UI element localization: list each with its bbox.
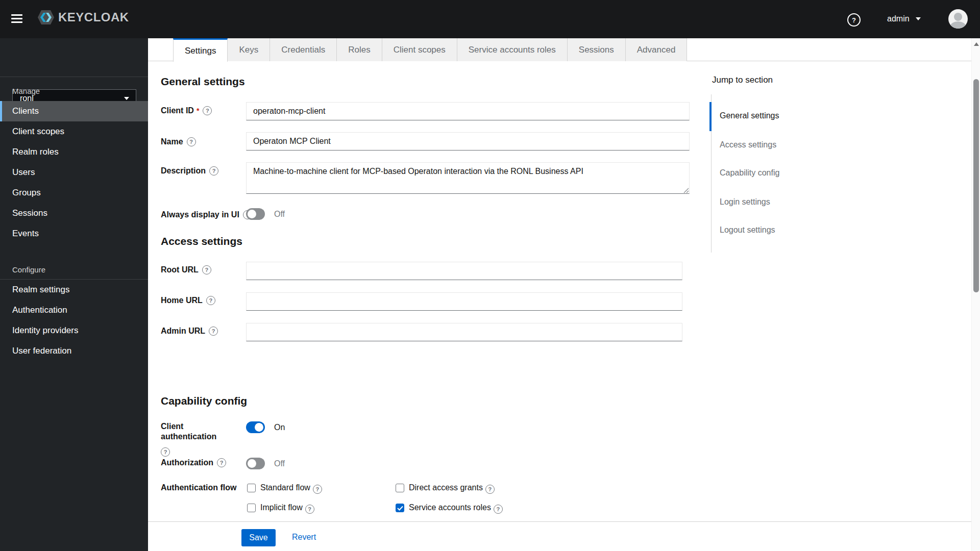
save-button[interactable]: Save	[241, 529, 276, 546]
help-icon[interactable]: ?	[217, 458, 226, 467]
jump-link-logout-settings[interactable]: Logout settings	[720, 226, 775, 235]
help-icon[interactable]: ?	[209, 327, 218, 336]
help-icon[interactable]: ?	[203, 106, 212, 115]
masthead: KEYCLOAK ? admin	[0, 0, 980, 38]
help-icon[interactable]: ?	[161, 447, 170, 457]
client-authentication-label: Client authentication ?	[161, 421, 237, 457]
help-icon[interactable]: ?	[313, 485, 322, 494]
client-id-label: Client ID * ?	[161, 106, 212, 116]
help-icon[interactable]: ?	[494, 505, 503, 514]
jump-link-access-settings[interactable]: Access settings	[720, 140, 776, 149]
vertical-scrollbar[interactable]	[971, 38, 980, 551]
help-icon[interactable]: ?	[485, 485, 495, 494]
sidebar-item-identity-providers[interactable]: Identity providers	[0, 320, 148, 341]
direct-access-grants-option: Direct access grants ?	[409, 483, 495, 493]
scrollbar-thumb[interactable]	[973, 79, 979, 292]
revert-button[interactable]: Revert	[292, 533, 316, 542]
authorization-toggle[interactable]	[246, 458, 265, 469]
name-input[interactable]	[246, 132, 690, 151]
avatar-head	[954, 13, 962, 21]
hamburger-menu-icon[interactable]	[11, 12, 24, 26]
chevron-down-icon	[124, 97, 129, 100]
description-label: Description ?	[161, 166, 218, 176]
tab-service-accounts-roles[interactable]: Service accounts roles	[457, 38, 568, 61]
sidebar-divider	[0, 77, 148, 77]
implicit-flow-option: Implicit flow ?	[260, 503, 314, 513]
always-display-toggle[interactable]	[246, 208, 265, 220]
section-heading-access-settings: Access settings	[161, 235, 242, 247]
admin-url-input[interactable]	[246, 323, 682, 341]
section-heading-capability-config: Capability config	[161, 395, 247, 407]
sidebar-item-sessions[interactable]: Sessions	[0, 203, 148, 223]
name-label: Name ?	[161, 137, 196, 147]
required-indicator: *	[197, 106, 199, 116]
tab-keys[interactable]: Keys	[228, 38, 270, 61]
home-url-label: Home URL ?	[161, 295, 215, 306]
jump-active-indicator	[709, 102, 712, 131]
avatar[interactable]	[948, 9, 968, 29]
keycloak-admin-console: KEYCLOAK ? admin ronl Manage Clients Cli…	[0, 0, 980, 551]
nav-group-manage: Manage	[12, 87, 40, 95]
client-tabs: Settings Keys Credentials Roles Client s…	[148, 38, 971, 61]
authorization-label: Authorization ?	[161, 458, 226, 468]
sidebar-item-users[interactable]: Users	[0, 162, 148, 183]
help-icon[interactable]: ?	[305, 505, 314, 514]
sidebar-item-clients[interactable]: Clients	[0, 101, 148, 121]
keycloak-logo: KEYCLOAK	[37, 8, 129, 27]
check-icon	[397, 506, 403, 511]
scroll-up-arrow-icon[interactable]	[974, 42, 979, 46]
always-display-state: Off	[274, 209, 285, 219]
sidebar-item-realm-settings[interactable]: Realm settings	[0, 280, 148, 300]
root-url-input[interactable]	[246, 262, 682, 280]
sidebar-item-realm-roles[interactable]: Realm roles	[0, 142, 148, 162]
direct-access-grants-checkbox[interactable]	[396, 484, 404, 492]
service-accounts-roles-option: Service accounts roles ?	[409, 503, 503, 513]
always-display-label: Always display in UI ?	[161, 210, 252, 220]
standard-flow-option: Standard flow ?	[260, 483, 322, 493]
admin-url-label: Admin URL ?	[161, 326, 218, 336]
sidebar-item-events[interactable]: Events	[0, 223, 148, 244]
client-authentication-state: On	[274, 422, 285, 433]
client-id-input[interactable]	[246, 102, 690, 120]
client-authentication-toggle[interactable]	[246, 421, 265, 433]
service-accounts-roles-checkbox[interactable]	[396, 504, 404, 512]
tab-credentials[interactable]: Credentials	[270, 38, 337, 61]
brand-wordmark: KEYCLOAK	[58, 10, 129, 24]
sidebar-item-user-federation[interactable]: User federation	[0, 341, 148, 361]
sidebar-item-groups[interactable]: Groups	[0, 183, 148, 203]
section-heading-general-settings: General settings	[161, 76, 245, 88]
tab-sessions[interactable]: Sessions	[568, 38, 626, 61]
user-menu[interactable]: admin	[887, 14, 921, 23]
tab-advanced[interactable]: Advanced	[626, 38, 688, 61]
help-icon[interactable]: ?	[187, 137, 196, 146]
root-url-label: Root URL ?	[161, 265, 211, 275]
nav-group-configure: Configure	[12, 265, 45, 274]
tab-client-scopes[interactable]: Client scopes	[382, 38, 457, 61]
jump-to-section-title: Jump to section	[712, 75, 773, 85]
jump-link-general-settings[interactable]: General settings	[720, 111, 779, 120]
avatar-body	[950, 21, 966, 29]
keycloak-logo-icon	[37, 8, 55, 27]
help-icon[interactable]: ?	[209, 166, 218, 176]
help-icon[interactable]: ?	[202, 265, 211, 274]
tab-settings[interactable]: Settings	[173, 38, 228, 62]
jump-link-capability-config[interactable]: Capability config	[720, 168, 779, 178]
sidebar-item-client-scopes[interactable]: Client scopes	[0, 121, 148, 142]
implicit-flow-checkbox[interactable]	[247, 504, 256, 512]
standard-flow-checkbox[interactable]	[247, 484, 256, 492]
chevron-down-icon	[916, 17, 921, 20]
jump-link-login-settings[interactable]: Login settings	[720, 197, 770, 207]
help-icon[interactable]: ?	[206, 296, 215, 305]
authentication-flow-label: Authentication flow	[161, 483, 236, 493]
authorization-state: Off	[274, 459, 285, 469]
description-textarea[interactable]: Machine-to-machine client for MCP-based …	[246, 162, 690, 194]
sidebar-item-authentication[interactable]: Authentication	[0, 300, 148, 320]
help-icon[interactable]: ?	[847, 13, 861, 27]
footer-divider	[148, 521, 971, 522]
username: admin	[887, 14, 910, 23]
tab-spacer	[148, 38, 173, 61]
tab-roles[interactable]: Roles	[337, 38, 382, 61]
home-url-input[interactable]	[246, 292, 682, 311]
